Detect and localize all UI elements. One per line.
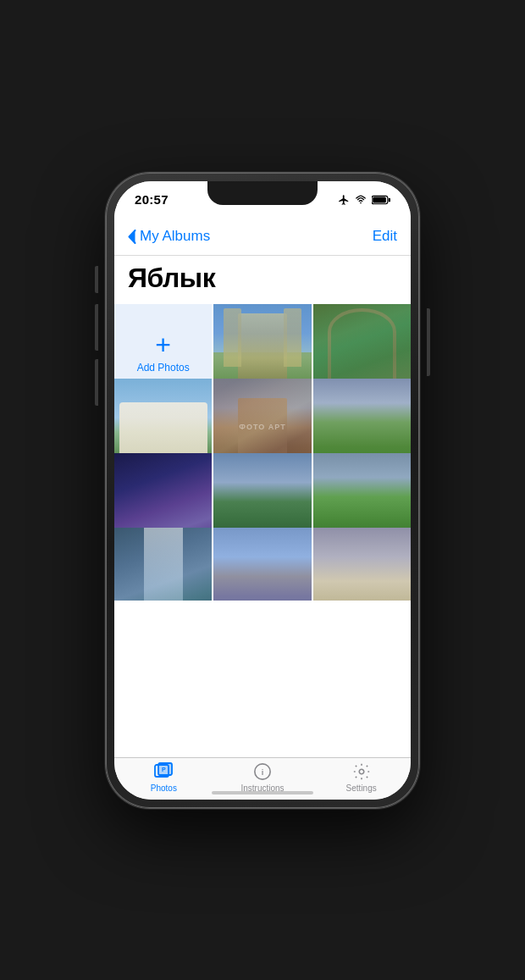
tab-photos-label: Photos <box>151 783 177 793</box>
svg-rect-2 <box>373 197 386 202</box>
airplane-icon <box>338 194 350 206</box>
add-photos-label: Add Photos <box>137 362 190 374</box>
album-title: Яблык <box>128 263 397 294</box>
photos-tab-icon: P <box>153 761 174 782</box>
volume-down-button[interactable] <box>95 359 98 406</box>
notch <box>207 181 318 205</box>
phone-screen: 20:57 <box>114 181 411 800</box>
photo-11[interactable] <box>313 528 411 601</box>
volume-up-button[interactable] <box>95 304 98 351</box>
instructions-tab-icon: i <box>252 761 273 782</box>
plus-icon: + <box>155 331 171 358</box>
back-label: My Albums <box>140 228 210 245</box>
scrollable-content: Яблык + Add Photos <box>114 256 411 757</box>
nav-bar: My Albums Edit <box>114 219 411 256</box>
phone-frame: 20:57 <box>106 173 419 808</box>
tab-instructions[interactable]: i Instructions <box>213 761 312 793</box>
svg-text:i: i <box>262 767 264 776</box>
svg-rect-1 <box>389 197 390 202</box>
watermark-text: ФОТО АРТ <box>239 423 285 431</box>
photo-10[interactable] <box>213 528 311 601</box>
power-button[interactable] <box>427 308 430 376</box>
status-time: 20:57 <box>135 192 169 207</box>
mute-button[interactable] <box>95 266 98 293</box>
home-indicator <box>212 791 313 795</box>
tab-photos[interactable]: P Photos <box>114 761 213 793</box>
tab-settings-label: Settings <box>346 783 377 793</box>
edit-button[interactable]: Edit <box>373 228 397 245</box>
wifi-icon <box>354 194 368 206</box>
back-button[interactable]: My Albums <box>128 228 210 245</box>
settings-tab-icon <box>351 761 372 782</box>
album-title-section: Яблык <box>114 256 411 304</box>
svg-text:P: P <box>162 767 166 772</box>
tab-settings[interactable]: Settings <box>312 761 411 793</box>
photo-9[interactable] <box>114 528 212 601</box>
chevron-left-icon <box>128 230 136 244</box>
photo-grid: + Add Photos <box>114 304 411 601</box>
svg-point-9 <box>359 769 364 774</box>
status-icons <box>338 194 390 206</box>
battery-icon <box>372 195 390 205</box>
screen-content: 20:57 <box>114 181 411 800</box>
